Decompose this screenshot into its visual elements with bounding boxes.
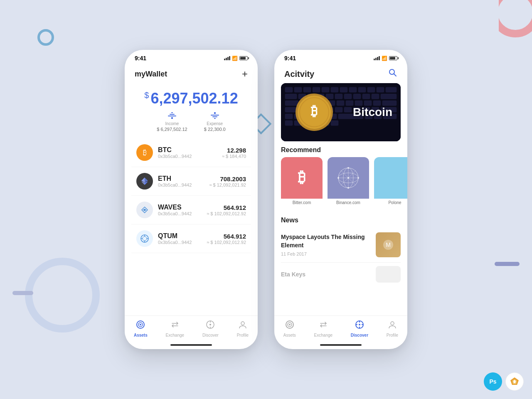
status-time-2: 9:41 — [284, 55, 296, 62]
svg-rect-60 — [346, 101, 353, 106]
news-item-2[interactable]: Eta Keys — [281, 263, 401, 286]
svg-rect-33 — [303, 87, 311, 92]
coin-item-waves[interactable]: WAVES 0x3b5ca0...9442 564.912 ≈ $ 102,09… — [131, 196, 251, 224]
battery-icon-2 — [389, 56, 397, 60]
qtum-usd: ≈ $ 102,092,012.92 — [207, 240, 246, 245]
svg-point-102 — [357, 177, 359, 179]
svg-point-103 — [347, 167, 349, 169]
waves-symbol: WAVES — [158, 204, 202, 211]
status-time-1: 9:41 — [135, 55, 146, 62]
binance-card-img — [328, 157, 369, 199]
svg-point-24 — [209, 324, 211, 325]
hero-image-inner: ₿ Bitcoin — [281, 83, 401, 141]
tab-assets-2[interactable]: Assets — [283, 320, 296, 337]
news-thumb-2 — [376, 266, 401, 283]
activity-header: Acitvity — [274, 63, 407, 83]
svg-rect-3 — [171, 117, 173, 119]
news-date-1: 11 Feb 2017 — [281, 251, 371, 256]
eth-usd: ≈ $ 12,092,021.92 — [209, 182, 246, 187]
income-stat: Income $ 6,297,502.12 — [157, 112, 187, 132]
expense-stat: Expense $ 22,300.0 — [204, 112, 226, 132]
eth-info: ETH 0x3b5ca0...9442 — [158, 175, 204, 187]
svg-rect-41 — [377, 87, 384, 92]
profile-icon-1 — [238, 320, 247, 331]
wallet-header: myWallet + — [125, 63, 258, 83]
recommend-list: ₿ Bitter.com — [274, 157, 407, 212]
recommend-card-bitcoin[interactable]: ₿ Bitter.com — [281, 157, 323, 207]
assets-icon — [136, 320, 145, 331]
tab-discover-label-1: Discover — [202, 333, 219, 337]
eth-symbol: ETH — [158, 175, 204, 182]
svg-point-22 — [140, 324, 141, 325]
tab-exchange-1[interactable]: Exchange — [166, 320, 184, 337]
tab-discover-label-2: Discover — [351, 333, 368, 337]
qtum-logo — [136, 230, 153, 247]
svg-rect-50 — [353, 94, 361, 99]
svg-point-112 — [359, 324, 360, 325]
svg-rect-6 — [214, 118, 216, 119]
battery-icon — [239, 56, 248, 60]
waves-info: WAVES 0x3b5ca0...9442 — [158, 204, 202, 216]
phone2-content: Acitvity — [274, 63, 407, 349]
coin-item-eth[interactable]: ETH 0x3b5ca0...9442 708.2003 ≈ $ 12,092,… — [131, 167, 251, 196]
signal-bar-2 — [226, 58, 227, 60]
news-thumb-1: M — [376, 232, 401, 257]
btc-symbol: BTC — [158, 146, 217, 154]
tab-exchange-2[interactable]: Exchange — [314, 320, 332, 337]
qtum-address: 0x3b5ca0...9442 — [158, 240, 202, 245]
svg-rect-42 — [386, 87, 397, 92]
signal-bar-1 — [224, 59, 225, 60]
income-icon — [168, 112, 176, 121]
news-item-1[interactable]: Myspace Layouts The Missing Element 11 F… — [281, 227, 401, 263]
tab-discover-2[interactable]: Discover — [351, 320, 368, 337]
coin-item-btc[interactable]: ₿ BTC 0x3b5ca0...9442 12.298 ≈ $ 184,470 — [131, 138, 251, 167]
news-content-1: Myspace Layouts The Missing Element 11 F… — [281, 233, 371, 256]
search-button[interactable] — [388, 68, 397, 80]
signal-bar-3 — [227, 57, 229, 60]
svg-rect-2 — [171, 112, 173, 113]
tab-profile-label-2: Profile — [387, 333, 398, 337]
tab-discover-1[interactable]: Discover — [202, 320, 219, 337]
svg-marker-13 — [143, 209, 146, 211]
tab-profile-label-1: Profile — [237, 333, 249, 337]
tab-assets-1[interactable]: Assets — [134, 320, 148, 337]
recommend-card-poloniex[interactable]: Polone — [374, 157, 407, 207]
svg-rect-39 — [358, 87, 366, 92]
wifi-icon: 📶 — [232, 56, 238, 61]
svg-rect-70 — [344, 107, 352, 112]
svg-line-29 — [394, 74, 397, 76]
recommend-card-binance[interactable]: Binance.com — [328, 157, 369, 207]
bg-decoration-circle-large — [25, 258, 100, 332]
svg-rect-63 — [373, 101, 381, 106]
svg-rect-53 — [381, 94, 397, 99]
tab-profile-1[interactable]: Profile — [237, 320, 249, 337]
add-button[interactable]: + — [242, 68, 248, 80]
svg-point-101 — [337, 177, 339, 179]
svg-point-15 — [143, 236, 147, 241]
coin-list: ₿ BTC 0x3b5ca0...9442 12.298 ≈ $ 184,470 — [125, 138, 258, 315]
svg-rect-32 — [294, 87, 302, 92]
home-indicator-1 — [170, 344, 212, 346]
news-title: News — [274, 212, 407, 227]
btc-logo: ₿ — [136, 144, 153, 161]
profile-icon-2 — [388, 320, 397, 331]
svg-marker-8 — [145, 177, 148, 182]
svg-rect-59 — [337, 101, 344, 106]
coin-item-qtum[interactable]: QTUM 0x3b5ca0...9442 564.912 ≈ $ 102,092… — [131, 224, 251, 253]
eth-address: 0x3b5ca0...9442 — [158, 182, 204, 187]
svg-rect-64 — [382, 101, 397, 106]
tab-bar-2: Assets Exchange — [274, 315, 407, 344]
bg-decoration-circle-blue — [37, 29, 54, 46]
svg-point-104 — [347, 187, 349, 189]
tab-profile-2[interactable]: Profile — [387, 320, 398, 337]
news-title-2: Eta Keys — [281, 271, 371, 278]
svg-rect-40 — [367, 87, 375, 92]
svg-rect-31 — [285, 87, 293, 92]
wifi-icon-2: 📶 — [382, 56, 387, 61]
svg-rect-82 — [285, 121, 293, 126]
status-bar-2: 9:41 📶 — [274, 50, 407, 63]
tab-exchange-label-2: Exchange — [314, 333, 332, 337]
bitcoin-card-name: Bitter.com — [281, 199, 323, 207]
discover-icon-1 — [206, 320, 215, 331]
expense-icon — [211, 112, 219, 121]
